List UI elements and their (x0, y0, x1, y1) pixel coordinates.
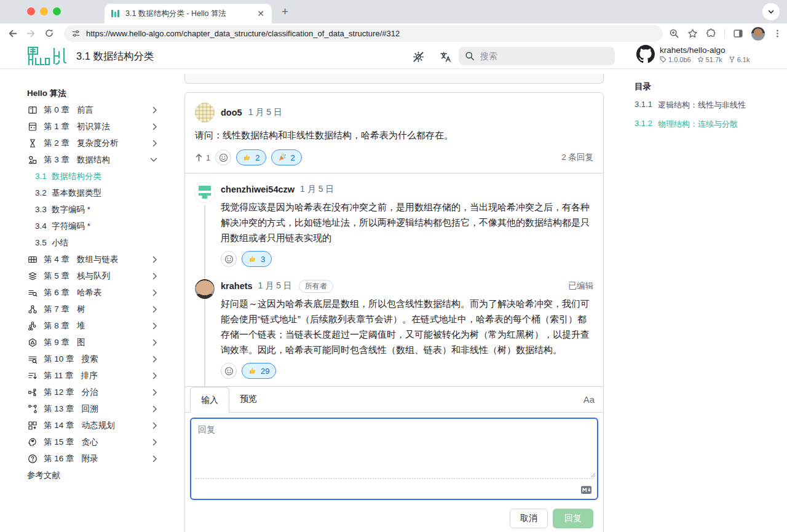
chevron-right-icon (152, 355, 157, 363)
github-icon (636, 45, 655, 63)
upvote-button[interactable]: 1 (195, 153, 210, 162)
sidebar-item-references[interactable]: 参考文献 (27, 467, 166, 483)
chevron-right-icon (152, 455, 157, 463)
thumbs-up-icon (243, 153, 251, 162)
reply: chenzhiwei54czw 1 月 5 日 我觉得应该是因为哈希表在没有冲突… (195, 183, 593, 267)
sidebar-item-chapter-9[interactable]: 第 9 章图 (27, 334, 166, 351)
reload-button[interactable] (43, 27, 55, 39)
chevron-right-icon (152, 339, 157, 346)
avatar[interactable] (195, 183, 215, 202)
hello-algo-logo[interactable] (27, 46, 66, 66)
back-button[interactable] (6, 27, 18, 39)
reaction-pill-thumbs-up[interactable]: 3 (242, 251, 272, 267)
close-window-button[interactable] (27, 7, 35, 15)
sidebar-item-chapter-1[interactable]: 第 1 章初识算法 (27, 118, 166, 135)
search-input[interactable] (480, 51, 591, 61)
sidebar-item-3-1[interactable]: 3.1数据结构分类 (27, 168, 166, 185)
sidebar-item-chapter-5[interactable]: 第 5 章栈与队列 (27, 268, 166, 284)
reply-author[interactable]: chenzhiwei54czw (221, 185, 295, 194)
shapes-icon (27, 155, 38, 165)
chevron-right-icon (152, 405, 157, 413)
sidebar-title: Hello 算法 (27, 85, 166, 101)
markdown-icon[interactable] (581, 486, 591, 494)
add-reaction-button[interactable] (221, 363, 237, 379)
chevron-right-icon (152, 322, 157, 330)
sidebar-item-chapter-14[interactable]: 第 14 章动态规划 (27, 417, 166, 434)
tab-close-icon[interactable]: ✕ (256, 9, 266, 18)
avatar[interactable] (195, 103, 215, 122)
browser-tab[interactable]: 3.1 数据结构分类 - Hello 算法 ✕ (105, 4, 272, 23)
tab-search-button[interactable] (762, 3, 780, 20)
forward-button[interactable] (25, 27, 37, 39)
chevron-right-icon (152, 439, 157, 446)
sidebar-item-chapter-4[interactable]: 第 4 章数组与链表 (27, 251, 166, 268)
sidebar-item-chapter-0[interactable]: 第 0 章前言 (27, 101, 166, 118)
reaction-pill-thumbs-up[interactable]: 2 (236, 149, 266, 165)
sidebar-item-3-2[interactable]: 3.2基本数据类型 (27, 185, 166, 201)
sidebar-item-chapter-16[interactable]: 第 16 章附录 (27, 450, 166, 467)
sidebar-item-chapter-6[interactable]: 第 6 章哈希表 (27, 284, 166, 301)
resize-handle[interactable] (590, 472, 596, 478)
owner-badge: 所有者 (299, 280, 333, 293)
reaction-pill-thumbs-up[interactable]: 29 (242, 363, 276, 379)
backtrack-icon (27, 404, 38, 414)
sidebar-item-chapter-12[interactable]: 第 12 章分治 (27, 384, 166, 400)
previous-comment-partial (184, 74, 604, 84)
avatar[interactable] (195, 279, 215, 299)
add-reaction-button[interactable] (221, 251, 237, 267)
add-reaction-button[interactable] (215, 149, 231, 165)
bookmark-star-icon[interactable] (687, 28, 698, 39)
book-icon (27, 105, 38, 115)
submit-reply-button[interactable]: 回复 (553, 509, 593, 528)
sidebar-item-chapter-13[interactable]: 第 13 章回溯 (27, 400, 166, 417)
sidebar-item-chapter-3[interactable]: 第 3 章数据结构 (27, 151, 166, 168)
sidebar-item-chapter-7[interactable]: 第 7 章树 (27, 301, 166, 317)
maximize-window-button[interactable] (53, 7, 61, 15)
toc-item-3-1-1[interactable]: 3.1.1逻辑结构：线性与非线性 (635, 100, 776, 111)
profile-avatar[interactable] (751, 27, 765, 41)
zoom-icon[interactable] (669, 28, 679, 39)
reply-editor (190, 418, 598, 500)
sidebar-item-chapter-15[interactable]: 第 15 章贪心 (27, 434, 166, 450)
browser-menu-icon[interactable] (773, 29, 782, 38)
attachment-divider (196, 478, 593, 479)
sidebar-item-chapter-8[interactable]: 第 8 章堆 (27, 317, 166, 334)
github-repo-link[interactable]: krahets/hello-algo 1.0.0b6 51.7k 6.1k (636, 45, 749, 63)
side-panel-icon[interactable] (733, 28, 743, 39)
translate-button[interactable] (438, 49, 453, 64)
smiley-icon (224, 367, 234, 376)
sidebar-item-chapter-11[interactable]: 第 11 章排序 (27, 367, 166, 384)
table-of-contents: 目录 3.1.1逻辑结构：线性与非线性 3.1.2物理结构：连续与分散 (635, 81, 776, 138)
reply-author[interactable]: krahets (221, 281, 253, 291)
sidebar-item-3-3[interactable]: 3.3数字编码 * (27, 201, 166, 218)
macos-traffic-lights[interactable] (27, 7, 61, 15)
site-settings-icon[interactable] (71, 29, 81, 38)
extensions-icon[interactable] (706, 28, 716, 39)
chevron-right-icon (152, 422, 157, 429)
text-format-button[interactable]: Aa (583, 394, 595, 405)
toc-item-3-1-2[interactable]: 3.1.2物理结构：连续与分散 (635, 119, 776, 130)
sidebar-item-3-4[interactable]: 3.4字符编码 * (27, 218, 166, 234)
thumbs-up-icon (248, 255, 257, 263)
chevron-right-icon (152, 306, 157, 313)
tab-write[interactable]: 输入 (190, 387, 229, 413)
url-text: https://www.hello-algo.com/chapter_data_… (86, 29, 400, 38)
edited-label: 已编辑 (569, 280, 594, 292)
reply-textarea[interactable] (191, 419, 597, 472)
sidebar-item-3-5[interactable]: 3.5小结 (27, 234, 166, 251)
sidebar-item-chapter-2[interactable]: 第 2 章复杂度分析 (27, 135, 166, 151)
array-icon (27, 255, 38, 264)
reaction-pill-party[interactable]: 2 (271, 149, 301, 165)
new-tab-button[interactable]: + (282, 5, 288, 18)
repo-version: 1.0.0b6 (660, 56, 691, 63)
theme-toggle-button[interactable] (411, 49, 425, 64)
url-bar[interactable]: https://www.hello-algo.com/chapter_data_… (64, 25, 663, 42)
tab-preview[interactable]: 预览 (229, 386, 267, 412)
minimize-window-button[interactable] (40, 7, 48, 15)
dp-grid-icon (27, 421, 38, 431)
cancel-button[interactable]: 取消 (510, 509, 548, 528)
sidebar-item-chapter-10[interactable]: 第 10 章搜索 (27, 351, 166, 367)
search-box[interactable] (459, 47, 615, 65)
comment-author[interactable]: doo5 (221, 108, 242, 117)
comment-date: 1 月 5 日 (248, 107, 282, 118)
